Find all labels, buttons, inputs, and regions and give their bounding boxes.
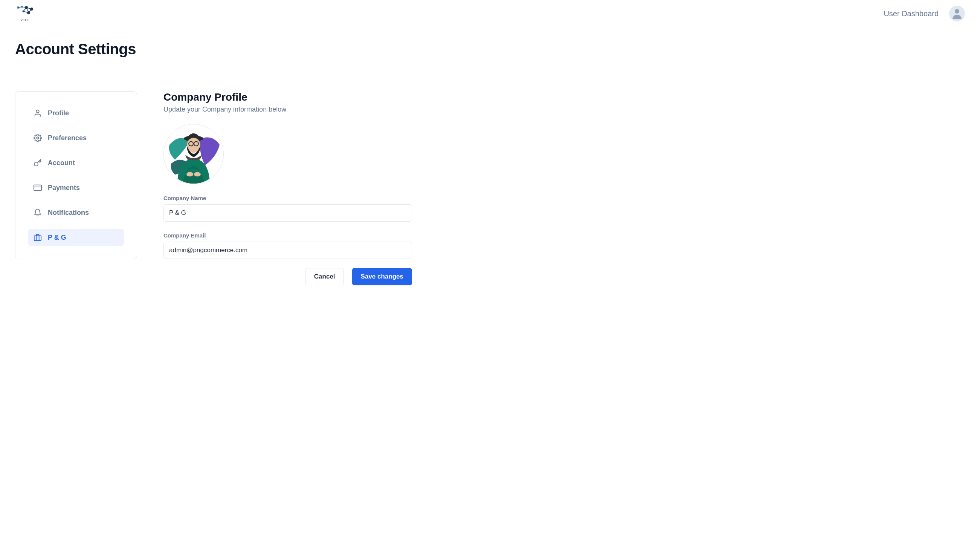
app-header: VD2 User Dashboard <box>0 0 980 22</box>
sidebar-item-label: Payments <box>48 184 80 192</box>
section-title: Company Profile <box>164 91 412 103</box>
company-name-group: Company Name <box>164 195 412 222</box>
profile-illustration <box>164 124 223 184</box>
divider <box>15 73 965 73</box>
briefcase-icon <box>33 233 42 242</box>
bell-icon <box>33 209 42 217</box>
dashboard-link[interactable]: User Dashboard <box>884 10 939 18</box>
svg-point-13 <box>955 9 959 14</box>
user-icon <box>33 109 42 117</box>
sidebar-item-label: Preferences <box>48 134 87 142</box>
page-title: Account Settings <box>15 41 965 58</box>
page-main: Account Settings Profile Preferences <box>0 22 980 300</box>
sidebar-item-preferences[interactable]: Preferences <box>28 129 124 147</box>
key-icon <box>33 159 42 167</box>
svg-point-26 <box>186 172 193 176</box>
sidebar-item-company[interactable]: P & G <box>28 229 124 246</box>
avatar[interactable] <box>949 6 965 21</box>
company-email-label: Company Email <box>164 232 412 239</box>
company-name-input[interactable] <box>164 204 412 222</box>
svg-rect-16 <box>34 185 41 191</box>
svg-point-27 <box>194 172 201 176</box>
sidebar-item-label: P & G <box>48 234 66 242</box>
sidebar-item-label: Profile <box>48 109 69 117</box>
sidebar-item-notifications[interactable]: Notifications <box>28 204 124 221</box>
card-icon <box>33 183 42 192</box>
company-name-label: Company Name <box>164 195 412 201</box>
header-right: User Dashboard <box>884 6 965 21</box>
sidebar-item-profile[interactable]: Profile <box>28 104 124 122</box>
sidebar-item-label: Notifications <box>48 209 89 217</box>
sidebar-item-label: Account <box>48 159 75 167</box>
save-button[interactable]: Save changes <box>352 268 412 285</box>
svg-line-11 <box>23 8 26 11</box>
form-actions: Cancel Save changes <box>164 268 412 285</box>
cancel-button[interactable]: Cancel <box>305 268 344 285</box>
svg-point-15 <box>37 137 39 139</box>
svg-line-10 <box>29 9 32 13</box>
company-profile-picture[interactable] <box>164 124 224 184</box>
logo-icon <box>15 5 35 18</box>
svg-rect-18 <box>34 236 41 241</box>
logo-text: VD2 <box>20 18 29 22</box>
sidebar-item-account[interactable]: Account <box>28 154 124 172</box>
section-subtitle: Update your Company information below <box>164 105 412 113</box>
company-email-group: Company Email <box>164 232 412 259</box>
avatar-placeholder-icon <box>950 7 964 20</box>
settings-layout: Profile Preferences Account <box>15 91 965 285</box>
logo[interactable]: VD2 <box>15 5 35 22</box>
settings-sidebar: Profile Preferences Account <box>15 91 137 259</box>
sidebar-item-payments[interactable]: Payments <box>28 179 124 196</box>
gear-icon <box>33 134 42 142</box>
company-email-input[interactable] <box>164 242 412 259</box>
svg-point-14 <box>36 110 39 113</box>
content-panel: Company Profile Update your Company info… <box>164 91 412 285</box>
